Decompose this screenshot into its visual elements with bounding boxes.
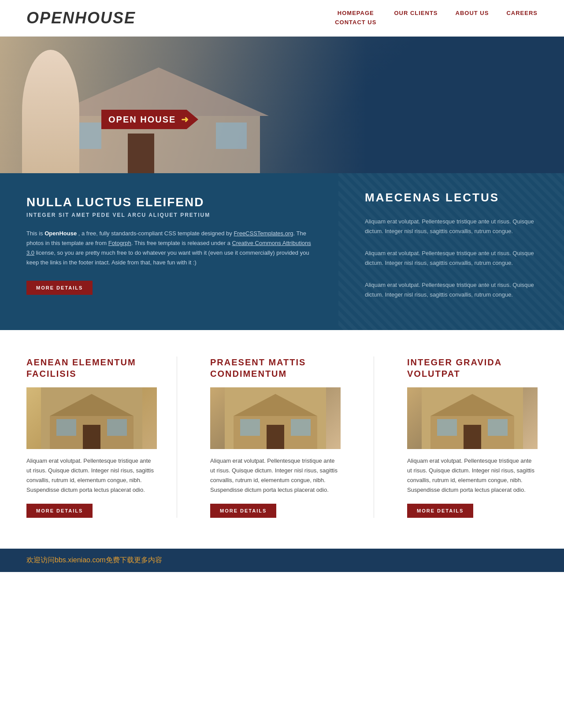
svg-rect-15 [267, 425, 284, 449]
nav-group-homepage: HOMEPAGE CONTACT US [335, 9, 376, 27]
nav-homepage[interactable]: HOMEPAGE [338, 9, 374, 18]
nav-aboutus[interactable]: ABOUT US [456, 9, 489, 18]
svg-rect-11 [41, 387, 142, 449]
nav-contact[interactable]: CONTACT US [335, 18, 376, 27]
hero-image-area: OPEN HOUSE ➜ [0, 37, 286, 173]
nav-group-aboutus: ABOUT US [456, 9, 489, 27]
svg-marker-0 [48, 67, 269, 116]
fotogrph-link[interactable]: Fotogrph [108, 240, 131, 246]
three-col-section: AENEAN ELEMENTUM FACILISIS Aliquam erat … [0, 330, 564, 549]
left-more-details-btn[interactable]: MORE DETAILS [26, 281, 93, 295]
svg-rect-22 [437, 419, 457, 436]
nav-ourclients[interactable]: OUR CLIENTS [394, 9, 438, 18]
col3-text: Aliquam erat volutpat. Pellentesque tris… [407, 456, 538, 495]
right-heading: MAECENAS LECTUS [365, 191, 542, 204]
svg-rect-21 [464, 425, 481, 449]
col1-btn[interactable]: MORE DETAILS [26, 504, 93, 518]
left-section: NULLA LUCTUS ELEIFEND INTEGER SIT AMET P… [0, 173, 338, 330]
footer-text: 欢迎访问bbs.xieniao.com免费下载更多内容 [26, 556, 162, 564]
hero-banner: OPEN HOUSE ➜ [0, 37, 564, 173]
header: OPENHOUSE HOMEPAGE CONTACT US OUR CLIENT… [0, 0, 564, 37]
svg-rect-23 [488, 419, 508, 436]
freecss-link[interactable]: FreeCSSTemplates.org [234, 230, 293, 237]
col2-image [210, 387, 341, 449]
nav-group-careers: CAREERS [506, 9, 538, 27]
hero-person [22, 50, 79, 173]
column-1: AENEAN ELEMENTUM FACILISIS Aliquam erat … [26, 357, 157, 518]
svg-rect-16 [240, 419, 260, 436]
col-divider-1 [177, 357, 177, 518]
col2-text: Aliquam erat volutpat. Pellentesque tris… [210, 456, 341, 495]
intro-paragraph: This is OpenHouse , a free, fully standa… [26, 229, 312, 267]
col3-btn[interactable]: MORE DETAILS [407, 504, 473, 518]
nav-group-ourclients: OUR CLIENTS [394, 9, 438, 27]
col3-heading: INTEGER GRAVIDA VOLUTPAT [407, 357, 538, 379]
footer: 欢迎访问bbs.xieniao.com免费下载更多内容 [0, 549, 564, 572]
right-para1: Aliquam erat volutpat. Pellentesque tris… [365, 217, 542, 236]
right-para3: Aliquam erat volutpat. Pellentesque tris… [365, 280, 542, 300]
col1-image [26, 387, 157, 449]
left-heading: NULLA LUCTUS ELEIFEND [26, 195, 312, 209]
logo: OPENHOUSE [26, 9, 136, 27]
left-subheading: INTEGER SIT AMET PEDE VEL ARCU ALIQUET P… [26, 212, 312, 218]
nav-careers[interactable]: CAREERS [506, 9, 538, 18]
hero-sign: OPEN HOUSE ➜ [101, 110, 198, 129]
svg-rect-2 [128, 134, 154, 173]
right-section: MAECENAS LECTUS Aliquam erat volutpat. P… [338, 173, 564, 330]
svg-rect-17 [291, 419, 311, 436]
col-divider-2 [374, 357, 374, 518]
column-2: PRAESENT MATTIS CONDIMENTUM Aliquam erat… [210, 357, 341, 518]
col1-text: Aliquam erat volutpat. Pellentesque tris… [26, 456, 157, 495]
column-3: INTEGER GRAVIDA VOLUTPAT Aliquam erat vo… [407, 357, 538, 518]
col2-heading: PRAESENT MATTIS CONDIMENTUM [210, 357, 341, 379]
main-nav: HOMEPAGE CONTACT US OUR CLIENTS ABOUT US… [317, 9, 538, 27]
col3-image [407, 387, 538, 449]
col1-heading: AENEAN ELEMENTUM FACILISIS [26, 357, 157, 379]
brand-name: OpenHouse [45, 230, 77, 237]
svg-rect-4 [216, 123, 247, 149]
main-content: NULLA LUCTUS ELEIFEND INTEGER SIT AMET P… [0, 173, 564, 330]
right-para2: Aliquam erat volutpat. Pellentesque tris… [365, 249, 542, 268]
col2-btn[interactable]: MORE DETAILS [210, 504, 276, 518]
